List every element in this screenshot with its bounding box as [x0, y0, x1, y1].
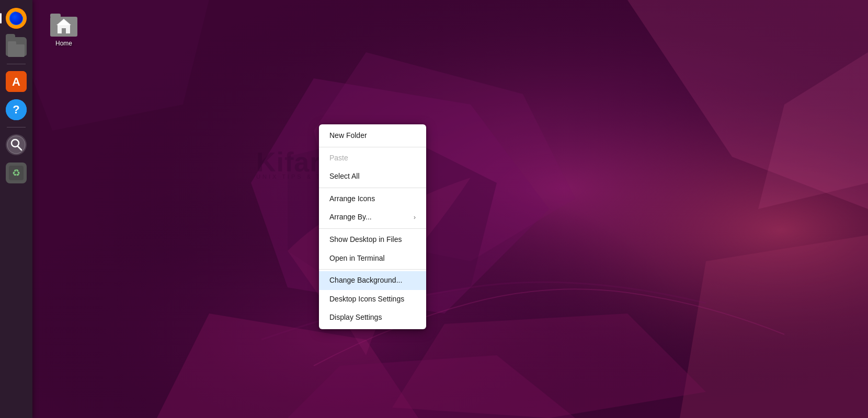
menu-item-desktop-icons-settings[interactable]: Desktop Icons Settings [319, 290, 426, 309]
desktop[interactable]: A ? [0, 0, 868, 418]
svg-point-23 [7, 136, 25, 154]
menu-item-arrange-by-label: Arrange By... [329, 212, 372, 223]
menu-item-open-in-terminal-label: Open in Terminal [329, 253, 385, 264]
menu-item-change-background-label: Change Background... [329, 275, 402, 286]
svg-text:♻: ♻ [12, 168, 20, 178]
firefox-icon [6, 8, 27, 29]
menu-item-display-settings[interactable]: Display Settings [319, 308, 426, 327]
menu-item-new-folder-label: New Folder [329, 131, 367, 141]
home-icon-label: Home [55, 40, 72, 47]
menu-separator-3 [319, 228, 426, 229]
svg-point-16 [12, 14, 20, 22]
menu-item-arrange-icons-label: Arrange Icons [329, 194, 375, 204]
svg-text:A: A [12, 75, 20, 88]
menu-item-show-desktop-in-files-label: Show Desktop in Files [329, 235, 402, 245]
menu-item-change-background[interactable]: Change Background... [319, 271, 426, 290]
menu-item-paste-label: Paste [329, 153, 348, 164]
dock-item-firefox[interactable] [4, 6, 28, 30]
menu-item-paste[interactable]: Paste [319, 149, 426, 168]
trash-icon: ♻ [6, 162, 27, 183]
svg-rect-17 [8, 44, 25, 57]
dock-item-trash[interactable]: ♻ [4, 161, 28, 185]
taskbar: A ? [0, 0, 32, 418]
home-folder-icon [50, 14, 77, 38]
menu-item-show-desktop-in-files[interactable]: Show Desktop in Files [319, 230, 426, 249]
svg-marker-8 [680, 235, 868, 418]
search-icon [6, 134, 27, 155]
menu-separator-4 [319, 269, 426, 270]
dock-item-help[interactable]: ? [4, 98, 28, 122]
arrange-by-arrow-icon: › [414, 213, 416, 222]
desktop-background-svg [0, 0, 868, 418]
desktop-icons-area: Home [32, 0, 95, 61]
menu-item-select-all[interactable]: Select All [319, 167, 426, 186]
dock-item-appstore[interactable]: A [4, 69, 28, 94]
dock-item-files[interactable] [4, 34, 28, 59]
menu-separator-1 [319, 147, 426, 147]
menu-item-arrange-icons[interactable]: Arrange Icons [319, 190, 426, 208]
files-icon [6, 37, 27, 56]
menu-separator-2 [319, 188, 426, 188]
menu-item-open-in-terminal[interactable]: Open in Terminal [319, 249, 426, 268]
menu-item-new-folder[interactable]: New Folder [319, 126, 426, 145]
svg-text:?: ? [13, 103, 19, 116]
svg-rect-18 [8, 41, 16, 45]
svg-rect-32 [62, 28, 66, 33]
appstore-icon: A [6, 71, 27, 92]
dock-item-search[interactable] [4, 133, 28, 157]
menu-item-desktop-icons-settings-label: Desktop Icons Settings [329, 294, 404, 305]
menu-item-display-settings-label: Display Settings [329, 312, 382, 323]
help-icon: ? [6, 99, 27, 120]
dock-separator-1 [7, 64, 26, 64]
menu-item-select-all-label: Select All [329, 171, 360, 182]
dock-separator-2 [7, 127, 26, 127]
menu-item-arrange-by[interactable]: Arrange By... › [319, 208, 426, 227]
desktop-icon-home[interactable]: Home [43, 10, 85, 50]
context-menu: New Folder Paste Select All Arrange Icon… [319, 124, 426, 329]
